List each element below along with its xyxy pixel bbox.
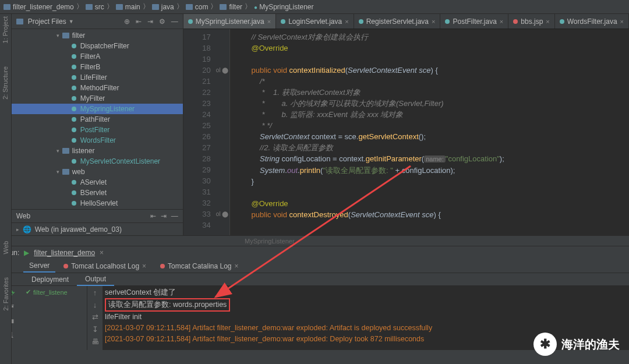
tree-item[interactable]: ▾listener <box>12 146 183 156</box>
breadcrumb-item[interactable]: main <box>116 3 140 11</box>
expand-icon[interactable]: ⇥ <box>147 17 153 26</box>
tree-item[interactable]: FilterA <box>12 51 183 62</box>
class-icon <box>72 138 76 143</box>
tree-item[interactable]: MySpringListener <box>12 104 183 114</box>
tree-item[interactable]: AServlet <box>12 177 183 188</box>
tree-label: listener <box>72 147 95 155</box>
down-icon[interactable]: ↓ <box>93 301 97 309</box>
tree-item[interactable]: PostFilter <box>12 125 183 135</box>
editor-tab[interactable]: PostFilter.java× <box>440 14 508 29</box>
print-icon[interactable]: 🖶 <box>91 337 99 346</box>
tab-label: MySpringListener.java <box>196 17 264 26</box>
console-output[interactable]: serlvetContext 创建了读取全局配置参数: words.proper… <box>103 286 629 350</box>
run-subtabs: Deployment Output <box>0 273 629 286</box>
target-icon[interactable]: ⊕ <box>124 17 130 26</box>
project-tree[interactable]: ▾filterDispatcherFilterFilterAFilterBLif… <box>12 29 183 209</box>
tab-output[interactable]: Output <box>77 273 114 286</box>
tree-label: FilterB <box>80 63 101 71</box>
hide-icon[interactable]: — <box>171 212 178 220</box>
breadcrumb-item[interactable]: java <box>152 3 174 11</box>
file-icon <box>359 19 363 24</box>
up-icon[interactable]: ↑ <box>93 288 97 297</box>
run-tab[interactable]: Tomcat Catalina Log× <box>154 260 244 272</box>
project-title[interactable]: Project Files <box>28 17 66 26</box>
breadcrumb-item[interactable]: com <box>186 3 209 11</box>
class-icon <box>72 190 76 195</box>
scroll-icon[interactable]: ↧ <box>92 325 98 334</box>
class-icon <box>72 75 76 80</box>
hide-icon[interactable]: — <box>171 17 178 26</box>
class-icon <box>72 180 76 185</box>
tree-item[interactable]: HelloServlet <box>12 198 183 208</box>
class-icon <box>72 117 76 122</box>
deployment-tree[interactable]: ✔ filter_listene <box>23 286 87 350</box>
tree-item[interactable]: PathFilter <box>12 114 183 125</box>
tree-item[interactable]: MethodFilter <box>12 83 183 93</box>
close-icon[interactable]: × <box>500 18 503 25</box>
tab-label: bbs.jsp <box>521 17 543 26</box>
file-icon <box>513 19 518 24</box>
close-icon[interactable]: × <box>100 249 104 257</box>
tree-item[interactable]: LifeFilter <box>12 72 183 83</box>
breadcrumb-item[interactable]: src <box>86 3 104 11</box>
tab-label: RegisterServlet.java <box>366 17 429 26</box>
close-icon[interactable]: × <box>620 18 624 25</box>
class-icon <box>72 128 76 132</box>
class-icon <box>72 159 76 164</box>
run-tab[interactable]: Tomcat Localhost Log× <box>58 260 152 272</box>
close-icon[interactable]: × <box>267 18 271 25</box>
web-item[interactable]: Web (in javaweb_demo_03) <box>35 225 122 234</box>
tree-label: DispatcherFilter <box>80 42 129 50</box>
close-icon[interactable]: × <box>432 18 435 25</box>
file-icon <box>445 19 450 24</box>
tab-favorites[interactable]: 2: Favorites <box>2 277 9 310</box>
tab-deployment[interactable]: Deployment <box>23 274 77 285</box>
close-icon[interactable]: × <box>235 262 239 270</box>
tree-label: web <box>72 168 85 176</box>
file-icon <box>560 19 564 24</box>
editor-tab[interactable]: bbs.jsp× <box>508 14 554 29</box>
editor-tabs: MySpringListener.java×LoginServlet.java×… <box>183 14 629 29</box>
breadcrumb-item[interactable]: MySpringListener <box>254 3 313 11</box>
close-icon[interactable]: × <box>546 18 549 25</box>
tree-arrow[interactable]: ▸ <box>16 227 19 232</box>
left-tool-bar: 1: Project 2: Structure <box>0 14 12 235</box>
breadcrumb-item[interactable]: filter <box>220 3 242 11</box>
editor-tab[interactable]: RegisterServlet.java× <box>354 14 441 29</box>
wrap-icon[interactable]: ⇄ <box>92 313 98 321</box>
close-icon[interactable]: × <box>142 262 146 270</box>
tree-item[interactable]: BServlet <box>12 188 183 198</box>
tree-item[interactable]: ▾web <box>12 167 183 177</box>
tree-item[interactable]: MyServletContextListener <box>12 156 183 167</box>
class-icon <box>72 54 76 59</box>
tree-item[interactable]: ▾filter <box>12 30 183 41</box>
breadcrumb-item[interactable]: filter_listener_demo <box>3 3 74 11</box>
tree-label: MethodFilter <box>80 84 119 92</box>
editor-tab[interactable]: MySpringListener.java× <box>183 14 277 29</box>
run-config[interactable]: filter_listener_demo <box>34 249 95 257</box>
tree-item[interactable]: DispatcherFilter <box>12 41 183 51</box>
tree-item[interactable]: WordsFilter <box>12 135 183 146</box>
tree-item[interactable]: FilterB <box>12 62 183 72</box>
folder-icon <box>62 33 69 38</box>
tab-web[interactable]: Web <box>2 241 9 254</box>
tree-label: FilterA <box>80 52 101 61</box>
artifact-name: filter_listene <box>33 289 68 296</box>
collapse-icon[interactable]: ⇤ <box>136 17 142 26</box>
tab-label: PostFilter.java <box>453 17 496 26</box>
collapse-icon[interactable]: ⇤ <box>150 212 156 220</box>
run-tab[interactable]: Server <box>23 260 55 273</box>
tree-item[interactable]: MyFilter <box>12 93 183 104</box>
line-gutter: 171819202122232425262728293031323334 <box>183 29 215 235</box>
run-panel: Run: ▶ filter_listener_demo × ServerTomc… <box>0 246 629 350</box>
editor-tab[interactable]: WordsFilter.java× <box>555 14 629 29</box>
gear-icon[interactable]: ⚙ <box>159 17 165 26</box>
close-icon[interactable]: × <box>345 18 348 25</box>
left-tool-bar-bottom: Web 2: Favorites <box>0 235 12 364</box>
expand-icon[interactable]: ⇥ <box>161 212 167 220</box>
tab-project[interactable]: 1: Project <box>2 16 9 43</box>
chevron-down-icon[interactable]: ▼ <box>69 19 74 24</box>
tab-structure[interactable]: 2: Structure <box>2 66 9 100</box>
code-editor[interactable]: 171819202122232425262728293031323334 ol … <box>183 29 629 235</box>
editor-tab[interactable]: LoginServlet.java× <box>276 14 354 29</box>
